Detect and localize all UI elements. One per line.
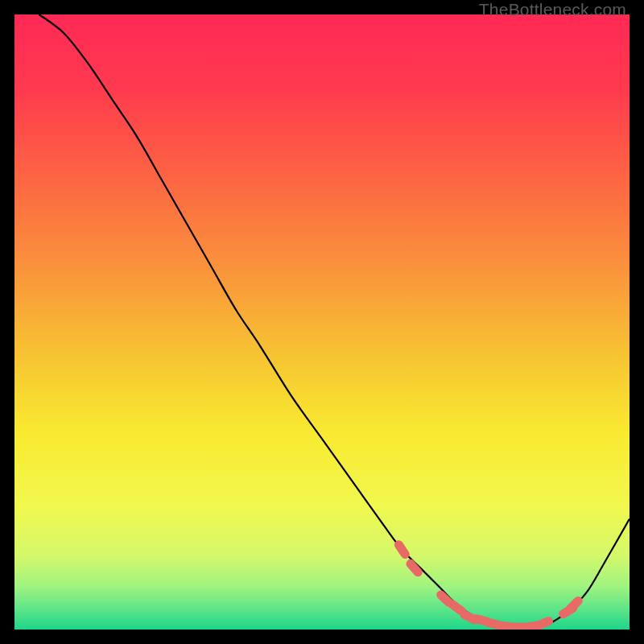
highlighted-point <box>570 601 578 609</box>
highlighted-point <box>539 621 549 625</box>
highlighted-point <box>411 564 418 572</box>
chart-background-gradient <box>14 14 630 630</box>
watermark-text: TheBottleneck.com <box>479 0 626 19</box>
chart-svg <box>14 14 630 630</box>
highlighted-point <box>441 595 449 603</box>
bottleneck-chart <box>14 14 630 630</box>
highlighted-point <box>398 545 405 555</box>
highlighted-point <box>452 605 461 611</box>
